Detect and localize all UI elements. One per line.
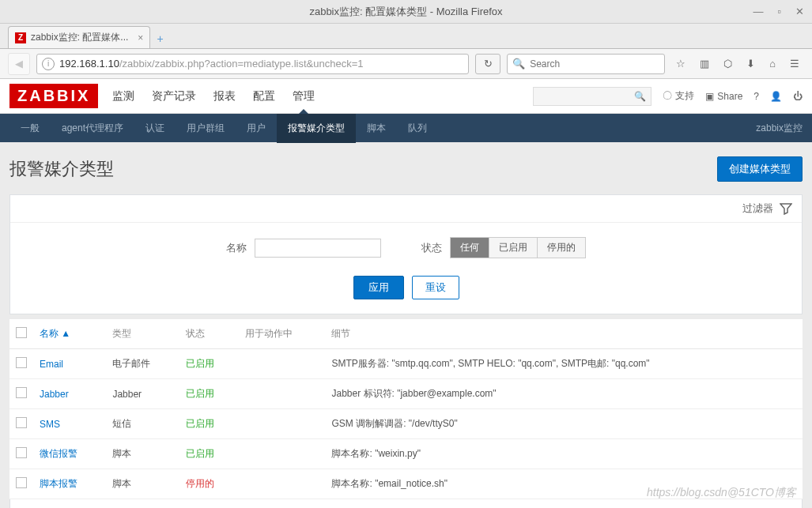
row-checkbox[interactable]: [16, 417, 27, 428]
media-name-link[interactable]: Jabber: [33, 379, 106, 409]
media-type-cell: 脚本: [106, 469, 179, 499]
col-type[interactable]: 类型: [106, 319, 179, 349]
main-nav-item[interactable]: 管理: [293, 80, 315, 113]
search-icon: 🔍: [512, 58, 525, 70]
status-option[interactable]: 已启用: [489, 238, 538, 258]
filter-actions: 应用 重设: [20, 276, 792, 299]
status-option[interactable]: 任何: [451, 238, 489, 258]
media-status-link[interactable]: 停用的: [179, 469, 239, 499]
library-icon[interactable]: ▥: [700, 58, 709, 70]
apply-button[interactable]: 应用: [353, 276, 404, 299]
filter-name-input[interactable]: [255, 239, 381, 258]
media-name-link[interactable]: SMS: [33, 409, 106, 439]
sub-nav-item[interactable]: 一般: [9, 114, 51, 143]
browser-search[interactable]: 🔍: [507, 54, 665, 74]
window-controls: — ▫ ✕: [753, 6, 804, 17]
sub-nav-right[interactable]: zabbix监控: [756, 122, 803, 135]
maximize-icon[interactable]: ▫: [777, 6, 781, 17]
media-name-link[interactable]: 脚本报警: [33, 469, 106, 499]
sub-nav-item[interactable]: 用户: [236, 114, 277, 143]
main-nav-item[interactable]: 配置: [253, 80, 275, 113]
power-icon[interactable]: ⏻: [793, 91, 803, 102]
col-details[interactable]: 细节: [325, 319, 803, 349]
media-status-link[interactable]: 已启用: [179, 439, 239, 469]
col-status[interactable]: 状态: [179, 319, 239, 349]
menu-icon[interactable]: ☰: [790, 58, 799, 70]
row-checkbox[interactable]: [16, 447, 27, 458]
media-status-link[interactable]: 已启用: [179, 379, 239, 409]
window-title: zabbix监控: 配置媒体类型 - Mozilla Firefox: [309, 5, 502, 19]
filter-card: 过滤器 名称 状态 任何已启用停用的 应用 重设: [9, 194, 803, 314]
browser-toolbar: ◀ i 192.168.1.10/zabbix/zabbix.php?actio…: [0, 49, 812, 79]
sub-nav-item[interactable]: 报警媒介类型: [277, 114, 356, 143]
filter-name-label: 名称: [226, 241, 247, 255]
support-link[interactable]: 〇 支持: [663, 89, 694, 103]
media-type-cell: Jabber: [106, 379, 179, 409]
zabbix-search[interactable]: 🔍: [533, 87, 651, 106]
status-option[interactable]: 停用的: [538, 238, 585, 258]
filter-body: 名称 状态 任何已启用停用的 应用 重设: [10, 223, 802, 314]
details-cell: GSM 调制解调器: "/dev/ttyS0": [325, 409, 803, 439]
info-icon[interactable]: i: [42, 58, 55, 70]
col-used-in[interactable]: 用于动作中: [239, 319, 326, 349]
close-icon[interactable]: ✕: [795, 6, 804, 17]
url-text: 192.168.1.10/zabbix/zabbix.php?action=me…: [59, 58, 463, 70]
back-button[interactable]: ◀: [8, 53, 30, 75]
media-status-link[interactable]: 已启用: [179, 349, 239, 379]
used-in-cell: [239, 349, 326, 379]
home-icon[interactable]: ⌂: [769, 58, 776, 70]
star-icon[interactable]: ☆: [676, 58, 685, 70]
media-type-cell: 脚本: [106, 439, 179, 469]
user-icon[interactable]: 👤: [770, 91, 782, 102]
sub-nav-item[interactable]: 认证: [134, 114, 176, 143]
table-row: Email电子邮件已启用SMTP服务器: "smtp.qq.com", SMTP…: [9, 349, 803, 379]
tab-close-icon[interactable]: ×: [138, 32, 143, 43]
media-name-link[interactable]: Email: [33, 349, 106, 379]
used-in-cell: [239, 439, 326, 469]
row-checkbox[interactable]: [16, 387, 27, 398]
main-nav-item[interactable]: 监测: [112, 80, 134, 113]
used-in-cell: [239, 469, 326, 499]
funnel-icon: [780, 202, 792, 215]
new-tab-button[interactable]: +: [157, 32, 163, 48]
sort-asc-icon: ▲: [61, 328, 70, 339]
refresh-button[interactable]: ↻: [475, 54, 500, 74]
table-header-row: 名称 ▲ 类型 状态 用于动作中 细节: [9, 319, 803, 349]
table-footer: 显示 已自动发现的 5中的5: [9, 499, 803, 508]
media-types-table: 名称 ▲ 类型 状态 用于动作中 细节 Email电子邮件已启用SMTP服务器:…: [9, 319, 803, 499]
pocket-icon[interactable]: ⬡: [723, 58, 732, 70]
download-icon[interactable]: ⬇: [746, 58, 755, 70]
address-bar[interactable]: i 192.168.1.10/zabbix/zabbix.php?action=…: [36, 54, 469, 74]
reset-button[interactable]: 重设: [412, 276, 459, 299]
filter-name-row: 名称: [226, 239, 381, 258]
filter-status-row: 状态 任何已启用停用的: [421, 237, 586, 258]
main-nav-item[interactable]: 资产记录: [152, 80, 196, 113]
media-name-link[interactable]: 微信报警: [33, 439, 106, 469]
select-all-checkbox[interactable]: [16, 327, 27, 338]
zabbix-header: ZABBIX 监测资产记录报表配置管理 🔍 〇 支持 ▣ Share ? 👤 ⏻: [0, 79, 812, 114]
minimize-icon[interactable]: —: [753, 6, 763, 17]
table-row: SMS短信已启用GSM 调制解调器: "/dev/ttyS0": [9, 409, 803, 439]
sub-nav-item[interactable]: agent代理程序: [51, 114, 134, 143]
filter-toggle[interactable]: 过滤器: [10, 195, 802, 223]
browser-tab-strip: Z zabbix监控: 配置媒体... × +: [0, 24, 812, 49]
row-checkbox[interactable]: [16, 477, 27, 488]
sub-nav-item[interactable]: 脚本: [356, 114, 397, 143]
page-header: 报警媒介类型 创建媒体类型: [9, 156, 803, 182]
help-icon[interactable]: ?: [753, 91, 759, 102]
col-name[interactable]: 名称 ▲: [33, 319, 106, 349]
share-link[interactable]: ▣ Share: [705, 91, 742, 102]
main-nav-item[interactable]: 报表: [213, 80, 236, 113]
sub-nav-item[interactable]: 用户群组: [176, 114, 236, 143]
status-segmented: 任何已启用停用的: [450, 237, 586, 258]
media-status-link[interactable]: 已启用: [179, 409, 239, 439]
browser-search-input[interactable]: [530, 58, 659, 70]
create-media-type-button[interactable]: 创建媒体类型: [717, 156, 803, 182]
row-checkbox[interactable]: [16, 357, 27, 368]
browser-tab[interactable]: Z zabbix监控: 配置媒体... ×: [8, 26, 150, 48]
sub-nav-item[interactable]: 队列: [397, 114, 438, 143]
sub-nav: 一般agent代理程序认证用户群组用户报警媒介类型脚本队列 zabbix监控: [0, 114, 812, 142]
browser-toolbar-icons: ☆ ▥ ⬡ ⬇ ⌂ ☰: [671, 58, 804, 70]
zabbix-logo[interactable]: ZABBIX: [9, 84, 98, 108]
page-body: 报警媒介类型 创建媒体类型 过滤器 名称 状态 任何已启用停用的 应用 重设: [0, 142, 812, 508]
